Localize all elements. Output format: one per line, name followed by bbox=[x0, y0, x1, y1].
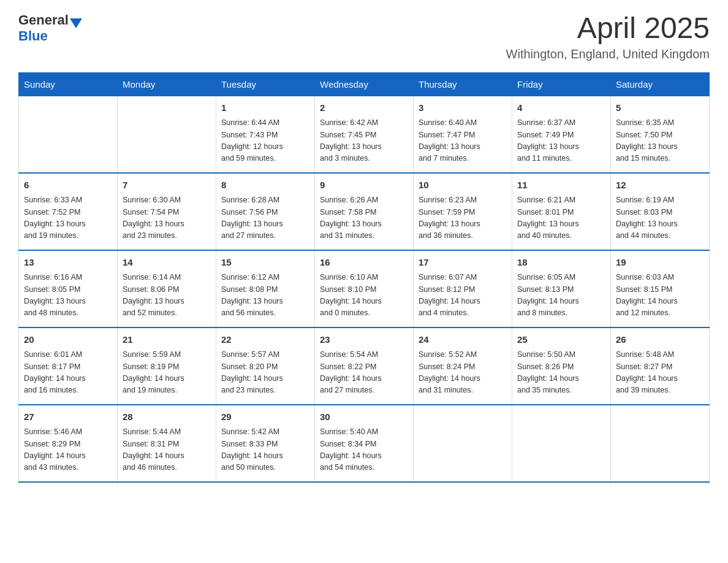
day-info: Sunrise: 6:37 AM Sunset: 7:49 PM Dayligh… bbox=[517, 117, 605, 165]
day-number: 28 bbox=[123, 410, 211, 424]
day-cell: 24Sunrise: 5:52 AM Sunset: 8:24 PM Dayli… bbox=[414, 327, 512, 405]
day-cell: 21Sunrise: 5:59 AM Sunset: 8:19 PM Dayli… bbox=[118, 327, 216, 405]
day-cell bbox=[611, 405, 710, 482]
day-number: 15 bbox=[221, 256, 309, 270]
week-row-2: 6Sunrise: 6:33 AM Sunset: 7:52 PM Daylig… bbox=[19, 173, 710, 250]
day-cell: 13Sunrise: 6:16 AM Sunset: 8:05 PM Dayli… bbox=[19, 250, 118, 327]
day-info: Sunrise: 6:28 AM Sunset: 7:56 PM Dayligh… bbox=[221, 194, 309, 242]
day-info: Sunrise: 6:30 AM Sunset: 7:54 PM Dayligh… bbox=[123, 194, 211, 242]
day-number: 13 bbox=[24, 256, 112, 270]
day-cell: 7Sunrise: 6:30 AM Sunset: 7:54 PM Daylig… bbox=[118, 173, 216, 250]
day-info: Sunrise: 5:46 AM Sunset: 8:29 PM Dayligh… bbox=[24, 426, 112, 474]
day-number: 21 bbox=[123, 333, 211, 347]
day-number: 9 bbox=[320, 178, 408, 193]
day-info: Sunrise: 5:44 AM Sunset: 8:31 PM Dayligh… bbox=[123, 426, 211, 474]
calendar-table: SundayMondayTuesdayWednesdayThursdayFrid… bbox=[18, 72, 710, 483]
calendar-body: 1Sunrise: 6:44 AM Sunset: 7:43 PM Daylig… bbox=[19, 96, 710, 482]
day-info: Sunrise: 6:19 AM Sunset: 8:03 PM Dayligh… bbox=[616, 194, 704, 242]
day-info: Sunrise: 6:07 AM Sunset: 8:12 PM Dayligh… bbox=[419, 272, 507, 320]
day-info: Sunrise: 6:14 AM Sunset: 8:06 PM Dayligh… bbox=[123, 272, 211, 320]
day-info: Sunrise: 6:10 AM Sunset: 8:10 PM Dayligh… bbox=[320, 272, 408, 320]
day-number: 25 bbox=[517, 333, 605, 347]
day-info: Sunrise: 5:40 AM Sunset: 8:34 PM Dayligh… bbox=[320, 426, 408, 474]
day-cell bbox=[118, 96, 216, 173]
day-number: 26 bbox=[616, 333, 704, 347]
header-cell-friday: Friday bbox=[512, 72, 611, 96]
day-info: Sunrise: 6:12 AM Sunset: 8:08 PM Dayligh… bbox=[221, 272, 309, 320]
week-row-1: 1Sunrise: 6:44 AM Sunset: 7:43 PM Daylig… bbox=[19, 96, 710, 173]
day-info: Sunrise: 6:33 AM Sunset: 7:52 PM Dayligh… bbox=[24, 194, 112, 242]
logo-triangle-icon bbox=[70, 18, 82, 28]
day-cell: 2Sunrise: 6:42 AM Sunset: 7:45 PM Daylig… bbox=[315, 96, 414, 173]
day-cell: 14Sunrise: 6:14 AM Sunset: 8:06 PM Dayli… bbox=[118, 250, 216, 327]
day-number: 16 bbox=[320, 256, 408, 270]
day-number: 6 bbox=[24, 178, 112, 193]
day-cell: 1Sunrise: 6:44 AM Sunset: 7:43 PM Daylig… bbox=[216, 96, 315, 173]
day-info: Sunrise: 6:01 AM Sunset: 8:17 PM Dayligh… bbox=[24, 349, 112, 397]
calendar-header: SundayMondayTuesdayWednesdayThursdayFrid… bbox=[19, 72, 710, 96]
day-cell: 29Sunrise: 5:42 AM Sunset: 8:33 PM Dayli… bbox=[216, 405, 315, 482]
day-cell: 10Sunrise: 6:23 AM Sunset: 7:59 PM Dayli… bbox=[414, 173, 512, 250]
day-cell: 18Sunrise: 6:05 AM Sunset: 8:13 PM Dayli… bbox=[512, 250, 611, 327]
logo-blue: Blue bbox=[18, 28, 112, 44]
day-cell: 4Sunrise: 6:37 AM Sunset: 7:49 PM Daylig… bbox=[512, 96, 611, 173]
day-cell bbox=[414, 405, 512, 482]
day-info: Sunrise: 5:57 AM Sunset: 8:20 PM Dayligh… bbox=[221, 349, 309, 397]
week-row-5: 27Sunrise: 5:46 AM Sunset: 8:29 PM Dayli… bbox=[19, 405, 710, 482]
day-number: 23 bbox=[320, 333, 408, 347]
day-number: 5 bbox=[616, 101, 704, 115]
header-cell-monday: Monday bbox=[118, 72, 216, 96]
day-info: Sunrise: 5:54 AM Sunset: 8:22 PM Dayligh… bbox=[320, 349, 408, 397]
day-number: 3 bbox=[419, 101, 507, 115]
day-number: 11 bbox=[517, 178, 605, 193]
day-number: 20 bbox=[24, 333, 112, 347]
day-number: 12 bbox=[616, 178, 704, 193]
day-cell bbox=[19, 96, 118, 173]
header-cell-tuesday: Tuesday bbox=[216, 72, 315, 96]
day-cell: 28Sunrise: 5:44 AM Sunset: 8:31 PM Dayli… bbox=[118, 405, 216, 482]
day-info: Sunrise: 6:23 AM Sunset: 7:59 PM Dayligh… bbox=[419, 194, 507, 242]
day-number: 30 bbox=[320, 410, 408, 424]
day-number: 10 bbox=[419, 178, 507, 193]
day-cell bbox=[512, 405, 611, 482]
day-info: Sunrise: 6:40 AM Sunset: 7:47 PM Dayligh… bbox=[419, 117, 507, 165]
header-cell-wednesday: Wednesday bbox=[315, 72, 414, 96]
day-info: Sunrise: 5:59 AM Sunset: 8:19 PM Dayligh… bbox=[123, 349, 211, 397]
header-row: SundayMondayTuesdayWednesdayThursdayFrid… bbox=[19, 72, 710, 96]
month-title: April 2025 bbox=[506, 12, 710, 45]
day-number: 19 bbox=[616, 256, 704, 270]
day-number: 4 bbox=[517, 101, 605, 115]
title-block: April 2025 Withington, England, United K… bbox=[506, 12, 710, 61]
day-cell: 11Sunrise: 6:21 AM Sunset: 8:01 PM Dayli… bbox=[512, 173, 611, 250]
day-info: Sunrise: 6:03 AM Sunset: 8:15 PM Dayligh… bbox=[616, 272, 704, 320]
day-cell: 5Sunrise: 6:35 AM Sunset: 7:50 PM Daylig… bbox=[611, 96, 710, 173]
day-cell: 17Sunrise: 6:07 AM Sunset: 8:12 PM Dayli… bbox=[414, 250, 512, 327]
day-cell: 25Sunrise: 5:50 AM Sunset: 8:26 PM Dayli… bbox=[512, 327, 611, 405]
day-info: Sunrise: 6:26 AM Sunset: 7:58 PM Dayligh… bbox=[320, 194, 408, 242]
header-cell-saturday: Saturday bbox=[611, 72, 710, 96]
day-cell: 20Sunrise: 6:01 AM Sunset: 8:17 PM Dayli… bbox=[19, 327, 118, 405]
day-cell: 19Sunrise: 6:03 AM Sunset: 8:15 PM Dayli… bbox=[611, 250, 710, 327]
day-number: 27 bbox=[24, 410, 112, 424]
day-info: Sunrise: 6:05 AM Sunset: 8:13 PM Dayligh… bbox=[517, 272, 605, 320]
day-info: Sunrise: 5:50 AM Sunset: 8:26 PM Dayligh… bbox=[517, 349, 605, 397]
day-cell: 16Sunrise: 6:10 AM Sunset: 8:10 PM Dayli… bbox=[315, 250, 414, 327]
day-info: Sunrise: 5:52 AM Sunset: 8:24 PM Dayligh… bbox=[419, 349, 507, 397]
day-cell: 6Sunrise: 6:33 AM Sunset: 7:52 PM Daylig… bbox=[19, 173, 118, 250]
day-number: 7 bbox=[123, 178, 211, 193]
day-cell: 9Sunrise: 6:26 AM Sunset: 7:58 PM Daylig… bbox=[315, 173, 414, 250]
day-number: 29 bbox=[221, 410, 309, 424]
day-number: 1 bbox=[221, 101, 309, 115]
day-info: Sunrise: 6:35 AM Sunset: 7:50 PM Dayligh… bbox=[616, 117, 704, 165]
day-info: Sunrise: 5:48 AM Sunset: 8:27 PM Dayligh… bbox=[616, 349, 704, 397]
day-number: 22 bbox=[221, 333, 309, 347]
week-row-3: 13Sunrise: 6:16 AM Sunset: 8:05 PM Dayli… bbox=[19, 250, 710, 327]
day-cell: 27Sunrise: 5:46 AM Sunset: 8:29 PM Dayli… bbox=[19, 405, 118, 482]
day-number: 8 bbox=[221, 178, 309, 193]
day-info: Sunrise: 6:16 AM Sunset: 8:05 PM Dayligh… bbox=[24, 272, 112, 320]
day-info: Sunrise: 6:42 AM Sunset: 7:45 PM Dayligh… bbox=[320, 117, 408, 165]
day-number: 14 bbox=[123, 256, 211, 270]
header-cell-thursday: Thursday bbox=[414, 72, 512, 96]
day-cell: 23Sunrise: 5:54 AM Sunset: 8:22 PM Dayli… bbox=[315, 327, 414, 405]
day-cell: 30Sunrise: 5:40 AM Sunset: 8:34 PM Dayli… bbox=[315, 405, 414, 482]
